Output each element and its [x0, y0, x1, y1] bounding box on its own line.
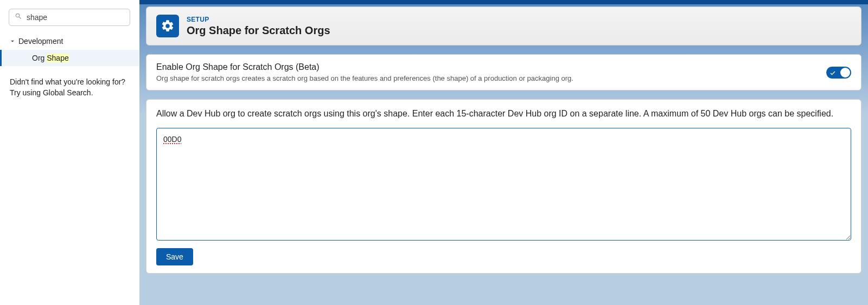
sidebar-help-line1: Didn't find what you're looking for? — [10, 77, 129, 88]
setup-search-input[interactable] — [27, 13, 124, 22]
enable-description: Org shape for scratch orgs creates a scr… — [156, 74, 573, 82]
setup-search-field[interactable] — [9, 9, 130, 26]
save-button[interactable]: Save — [156, 248, 193, 265]
gear-icon — [156, 15, 179, 37]
devhub-instructions: Allow a Dev Hub org to create scratch or… — [156, 107, 851, 120]
chevron-down-icon — [9, 37, 16, 45]
tree-section-development[interactable]: Development — [0, 35, 139, 50]
page-title: Org Shape for Scratch Orgs — [187, 24, 330, 37]
devhub-ids-textarea[interactable] — [156, 128, 851, 241]
sidebar-help-text: Didn't find what you're looking for? Try… — [0, 66, 139, 109]
check-icon — [829, 69, 836, 75]
page-eyebrow: SETUP — [187, 16, 330, 23]
enable-toggle[interactable] — [826, 67, 851, 79]
devhub-panel: Allow a Dev Hub org to create scratch or… — [146, 99, 861, 274]
page-header: SETUP Org Shape for Scratch Orgs — [146, 7, 861, 46]
search-icon — [15, 12, 27, 22]
toggle-knob — [840, 68, 850, 77]
enable-panel: Enable Org Shape for Scratch Orgs (Beta)… — [146, 54, 861, 90]
tree-section-label: Development — [18, 37, 63, 46]
enable-title: Enable Org Shape for Scratch Orgs (Beta) — [156, 62, 573, 72]
tree-item-highlight: Shape — [47, 54, 68, 62]
setup-sidebar: Development Org Shape Didn't find what y… — [0, 0, 139, 305]
main-content: SETUP Org Shape for Scratch Orgs Enable … — [139, 0, 868, 305]
sidebar-help-line2: Try using Global Search. — [10, 88, 129, 99]
tree-item-prefix: Org — [32, 54, 47, 62]
tree-item-org-shape[interactable]: Org Shape — [0, 50, 139, 66]
